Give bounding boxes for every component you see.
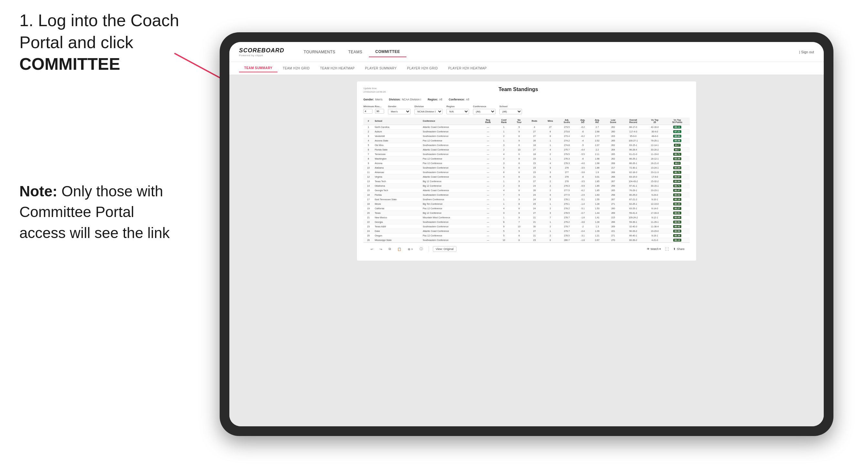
table-header: # School Conference RegRank ConfRank NoT… — [364, 118, 690, 125]
cell-rank: 1 — [364, 125, 373, 129]
col-reg-rank: RegRank — [480, 118, 496, 125]
cell-avg-sg: -4 — [575, 138, 590, 143]
paste-btn[interactable]: 📋 — [395, 246, 403, 252]
redo-btn[interactable]: ↪ — [378, 246, 384, 252]
region-select[interactable]: N/A — [446, 109, 469, 114]
cell-avg-sg: -5 — [575, 143, 590, 147]
cell-low-score: 269 — [604, 224, 622, 229]
cell-rank: 7 — [364, 152, 373, 156]
cell-rank: 26 — [364, 238, 373, 242]
cell-avg-rd: 1.28 — [590, 201, 604, 206]
table-row: 11 Arkansas Southeastern Conference — 6 … — [364, 170, 690, 175]
cell-no-tour: 8 — [512, 188, 526, 192]
cell-conf-rank: 2 — [496, 183, 512, 188]
cell-vs-top25: 13-24-1 — [645, 165, 665, 170]
cell-avg-sg: -1.8 — [575, 238, 590, 242]
gender-select[interactable]: Men's — [388, 109, 410, 114]
cell-school: Illinois — [373, 201, 422, 206]
cell-rnds: 27 — [527, 147, 543, 152]
cell-wins: 2 — [542, 224, 558, 229]
cell-wins: 1 — [542, 156, 558, 161]
region-value: All — [439, 98, 442, 101]
cell-wins: 1 — [542, 220, 558, 224]
cell-wins: 27 — [542, 125, 558, 129]
cell-reg-rank: — — [480, 147, 496, 152]
cell-wins: 1 — [542, 138, 558, 143]
cell-conf-rank: 3 — [496, 161, 512, 165]
add-btn[interactable]: ⊕ + — [406, 246, 415, 252]
cell-wins: 4 — [542, 147, 558, 152]
cell-avg-rd: 1.63 — [590, 192, 604, 197]
sign-out-button[interactable]: | Sign out — [799, 50, 814, 54]
cell-points: 80.38 — [665, 233, 690, 238]
cell-no-tour: 8 — [512, 156, 526, 161]
cell-school: Texas Tech — [373, 179, 422, 183]
cell-rank: 22 — [364, 220, 373, 224]
logo-main-text: SCOREBOARD — [239, 47, 284, 54]
cell-overall: 83-25-1 — [622, 206, 645, 211]
min-rounds-input[interactable] — [364, 109, 372, 114]
cell-conf-rank: 1 — [496, 197, 512, 201]
nav-tournaments[interactable]: TOURNAMENTS — [297, 47, 342, 57]
subnav-player-summary[interactable]: PLAYER SUMMARY — [360, 65, 402, 72]
table-row: 9 Arizona Pac-12 Conference — 3 8 23 4 2… — [364, 161, 690, 165]
cell-wins: 4 — [542, 192, 558, 197]
subnav-player-h2h-heatmap[interactable]: PLAYER H2H HEATMAP — [443, 65, 492, 72]
cell-low-score: 217 — [604, 165, 622, 170]
cell-vs-top25: 79-25-1 — [645, 138, 665, 143]
cell-wins: 2 — [542, 188, 558, 192]
share-button[interactable]: ⬆ Share — [673, 247, 684, 251]
school-select[interactable]: (All) — [499, 109, 522, 114]
table-row: 16 Florida Southeastern Conference — 7 9… — [364, 192, 690, 197]
cell-avg-sg: -2.9 — [575, 192, 590, 197]
watch-button[interactable]: 👁 Watch ▾ — [647, 247, 661, 251]
cell-overall: 83-15-0 — [622, 175, 645, 179]
cell-conference: Southeastern Conference — [422, 220, 480, 224]
filter-info-row: Gender: Men's Division: NCAA Division I … — [364, 98, 690, 101]
cell-wins: 6 — [542, 129, 558, 134]
cell-overall: 76-29-1 — [622, 188, 645, 192]
info-btn[interactable]: ⓘ — [418, 246, 425, 252]
cell-wins: 1 — [542, 229, 558, 233]
cell-overall: 82-18-3 — [622, 170, 645, 175]
nav-teams[interactable]: TEAMS — [342, 47, 369, 57]
table-row: 10 Alabama Southeastern Conference — 5 6… — [364, 165, 690, 170]
subnav-team-h2h-heatmap[interactable]: TEAM H2H HEATMAP — [315, 65, 360, 72]
nav-committee[interactable]: COMMITTEE — [369, 47, 407, 57]
cell-rank: 6 — [364, 147, 373, 152]
cell-conf-rank: 5 — [496, 165, 512, 170]
cell-conference: Southeastern Conference — [422, 224, 480, 229]
cell-vs-top25: 9-12-1 — [645, 215, 665, 220]
cell-rank: 20 — [364, 211, 373, 215]
cell-reg-rank: — — [480, 183, 496, 188]
cell-school: Arizona — [373, 161, 422, 165]
cell-conference: Big 12 Conference — [422, 179, 480, 183]
subnav-team-h2h-grid[interactable]: TEAM H2H GRID — [278, 65, 315, 72]
cell-school: Georgia — [373, 220, 422, 224]
cell-conference: Atlantic Coast Conference — [422, 175, 480, 179]
subnav-player-h2h-grid[interactable]: PLAYER H2H GRID — [402, 65, 443, 72]
undo-btn[interactable]: ↩ — [369, 246, 375, 252]
cell-avg-sg: -5.1 — [575, 197, 590, 201]
conference-select[interactable]: (All) — [473, 109, 496, 114]
max-rounds-input[interactable] — [375, 109, 384, 114]
cell-avg-rd: 1.86 — [590, 165, 604, 170]
division-select[interactable]: NCAA Division I — [414, 109, 442, 114]
cell-overall: 61-21-0 — [622, 152, 645, 156]
cell-points: 80.71 — [665, 152, 690, 156]
cell-points: 80.47 — [665, 188, 690, 192]
cell-wins: 6 — [542, 134, 558, 138]
cell-low-score: 271 — [604, 201, 622, 206]
subnav-team-summary[interactable]: TEAM SUMMARY — [239, 64, 278, 72]
cell-no-tour: 9 — [512, 138, 526, 143]
view-original-button[interactable]: View: Original — [433, 246, 457, 252]
cell-avg-rd: 1.85 — [590, 179, 604, 183]
cell-reg-rank: — — [480, 197, 496, 201]
fullscreen-btn[interactable]: ⛶ — [663, 246, 671, 252]
region-label: Region: — [428, 98, 438, 101]
cell-low-score: 258 — [604, 192, 622, 197]
cell-conference: Southeastern Conference — [422, 134, 480, 138]
copy-btn[interactable]: ⧉ — [387, 246, 393, 252]
cell-avg-sg: -5.1 — [575, 206, 590, 211]
table-row: 21 New Mexico Mountain West Conference —… — [364, 215, 690, 220]
